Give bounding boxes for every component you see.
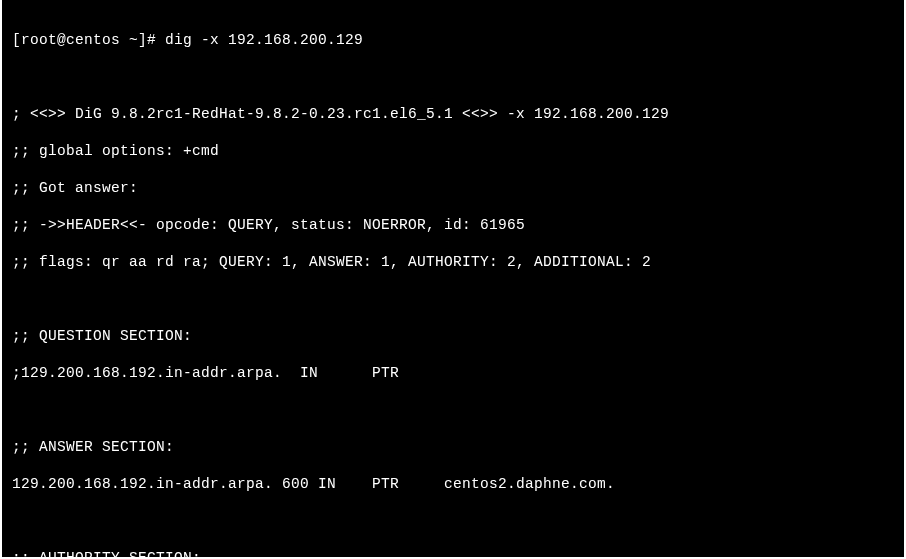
flags-line: ;; flags: qr aa rd ra; QUERY: 1, ANSWER:… — [12, 253, 894, 272]
answer-record: 129.200.168.192.in-addr.arpa. 600 IN PTR… — [12, 475, 894, 494]
question-section-header: ;; QUESTION SECTION: — [12, 327, 894, 346]
global-options: ;; global options: +cmd — [12, 142, 894, 161]
authority-section-header: ;; AUTHORITY SECTION: — [12, 549, 894, 560]
command-text: dig -x 192.168.200.129 — [165, 32, 363, 48]
terminal-window[interactable]: [root@centos ~]# dig -x 192.168.200.129 … — [0, 0, 906, 559]
question-record: ;129.200.168.192.in-addr.arpa. IN PTR — [12, 364, 894, 383]
blank-line — [12, 401, 894, 420]
blank-line — [12, 68, 894, 87]
blank-line — [12, 512, 894, 531]
blank-line — [12, 290, 894, 309]
header-line: ;; ->>HEADER<<- opcode: QUERY, status: N… — [12, 216, 894, 235]
dig-banner: ; <<>> DiG 9.8.2rc1-RedHat-9.8.2-0.23.rc… — [12, 105, 894, 124]
got-answer: ;; Got answer: — [12, 179, 894, 198]
answer-section-header: ;; ANSWER SECTION: — [12, 438, 894, 457]
prompt-line-1: [root@centos ~]# dig -x 192.168.200.129 — [12, 31, 894, 50]
shell-prompt: [root@centos ~]# — [12, 32, 156, 48]
